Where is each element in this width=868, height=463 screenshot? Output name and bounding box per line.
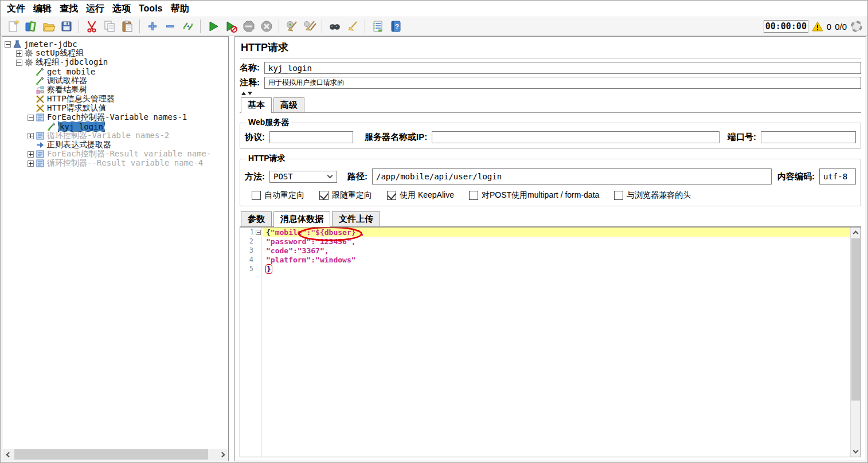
editor-vertical-scrollbar[interactable] bbox=[850, 227, 861, 457]
body-tab-2[interactable]: 消息体数据 bbox=[273, 211, 330, 227]
stop-button[interactable] bbox=[241, 19, 256, 34]
tree-item-11[interactable]: 循环控制器-Variable names-2 bbox=[2, 131, 228, 140]
unchecked-checkbox[interactable] bbox=[252, 191, 261, 200]
scroll-left-button[interactable] bbox=[3, 449, 14, 460]
unchecked-checkbox[interactable] bbox=[469, 191, 478, 200]
copy-button[interactable] bbox=[101, 19, 117, 34]
templates-button[interactable] bbox=[23, 19, 38, 34]
expand-all-button[interactable] bbox=[144, 19, 160, 34]
basic-advanced-tab-1[interactable]: 基本 bbox=[241, 97, 272, 113]
scrollbar-thumb[interactable] bbox=[851, 238, 860, 401]
basic-advanced-tabs: 基本高级 bbox=[240, 97, 861, 113]
unchecked-checkbox[interactable] bbox=[614, 191, 623, 200]
collapse-arrow-icon[interactable] bbox=[241, 92, 246, 95]
tree-item-6[interactable]: 察看结果树 bbox=[2, 85, 228, 95]
port-input[interactable] bbox=[761, 131, 856, 143]
function-helper-button[interactable] bbox=[370, 19, 385, 34]
menu-item-5[interactable]: 选项 bbox=[108, 2, 135, 16]
search-button[interactable] bbox=[327, 19, 342, 34]
tree-item-8[interactable]: HTTP请求默认值 bbox=[2, 104, 228, 113]
checkbox-item-5[interactable]: 与浏览器兼容的头 bbox=[614, 190, 691, 201]
body-data-editor[interactable]: 12345 {"mobile":"${dbuser}","password":"… bbox=[240, 227, 861, 457]
code-line-3[interactable]: "code":"3367", bbox=[263, 246, 850, 255]
tree-item-13[interactable]: ForEach控制器-Result variable name- bbox=[2, 150, 228, 159]
code-line-5[interactable]: } bbox=[263, 264, 850, 273]
tree-item-label: 循环控制器--Result variable name-4 bbox=[47, 158, 203, 168]
paste-button[interactable] bbox=[119, 19, 135, 34]
expand-handle-icon[interactable] bbox=[28, 151, 34, 158]
tree-item-5[interactable]: 调试取样器 bbox=[2, 76, 228, 85]
expand-handle-icon[interactable] bbox=[28, 160, 34, 167]
checked-checkbox[interactable] bbox=[387, 191, 396, 200]
menu-item-4[interactable]: 运行 bbox=[82, 2, 108, 16]
path-input[interactable]: /app/mobile/api/user/login bbox=[372, 168, 772, 185]
server-input[interactable] bbox=[432, 131, 720, 143]
menu-item-2[interactable]: 编辑 bbox=[29, 2, 56, 16]
comment-input[interactable]: 用于模拟用户接口请求的 bbox=[264, 77, 861, 89]
expand-handle-icon[interactable] bbox=[16, 50, 22, 57]
body-tab-1[interactable]: 参数 bbox=[241, 211, 272, 226]
cut-button[interactable] bbox=[84, 19, 99, 34]
save-button[interactable] bbox=[58, 19, 74, 34]
collapse-handle-icon[interactable] bbox=[16, 60, 22, 66]
scroll-down-button[interactable] bbox=[851, 446, 861, 457]
encoding-input[interactable]: utf-8 bbox=[819, 168, 856, 185]
splitpane-toggle[interactable] bbox=[240, 91, 861, 96]
protocol-input[interactable] bbox=[269, 131, 353, 143]
tree-item-14[interactable]: 循环控制器--Result variable name-4 bbox=[2, 159, 228, 168]
start-no-timers-button[interactable] bbox=[223, 19, 238, 34]
warning-icon[interactable] bbox=[812, 21, 823, 32]
menu-item-6[interactable]: Tools bbox=[135, 2, 166, 15]
gutter-row: 1 bbox=[240, 227, 261, 237]
copy-icon bbox=[103, 19, 116, 33]
controller-icon bbox=[36, 159, 45, 168]
webserver-group: Web服务器 协议: 服务器名称或IP: 端口号: bbox=[240, 117, 861, 149]
scroll-right-button[interactable] bbox=[216, 449, 228, 460]
expand-handle-icon[interactable] bbox=[28, 133, 34, 139]
code-line-4[interactable]: "platform":"windows" bbox=[263, 255, 850, 264]
toggle-button[interactable] bbox=[180, 19, 196, 34]
clear-button[interactable] bbox=[284, 19, 299, 34]
tree-item-10[interactable]: kyj_login bbox=[2, 122, 228, 131]
collapse-all-button[interactable] bbox=[162, 19, 178, 34]
code-line-1[interactable]: {"mobile":"${dbuser}", bbox=[263, 227, 850, 237]
scrollbar-track[interactable] bbox=[14, 449, 216, 460]
checkbox-item-3[interactable]: 使用 KeepAlive bbox=[387, 190, 454, 201]
checkbox-item-4[interactable]: 对POST使用multipart / form-data bbox=[469, 190, 599, 201]
menu-item-7[interactable]: 帮助 bbox=[166, 2, 193, 16]
method-value: POST bbox=[273, 172, 293, 181]
expand-arrow-icon[interactable] bbox=[248, 92, 252, 95]
checked-checkbox[interactable] bbox=[319, 191, 329, 200]
checkbox-item-2[interactable]: 跟随重定向 bbox=[319, 190, 372, 201]
tree-item-2[interactable]: setUp线程组 bbox=[2, 49, 228, 58]
menu-item-3[interactable]: 查找 bbox=[56, 2, 82, 16]
tree-horizontal-scrollbar[interactable] bbox=[3, 449, 228, 460]
tree-item-7[interactable]: HTTP信息头管理器 bbox=[2, 95, 228, 104]
new-file-button[interactable] bbox=[5, 19, 21, 34]
scroll-up-button[interactable] bbox=[851, 227, 861, 238]
tree-item-12[interactable]: 正则表达式提取器 bbox=[2, 140, 228, 150]
code-line-2[interactable]: "password":"123456", bbox=[263, 237, 850, 246]
tree-item-4[interactable]: get mobile bbox=[2, 67, 228, 76]
search-reset-button[interactable] bbox=[345, 19, 360, 34]
start-button[interactable] bbox=[205, 19, 221, 34]
collapse-handle-icon[interactable] bbox=[5, 41, 11, 48]
checkbox-item-1[interactable]: 自动重定向 bbox=[252, 190, 304, 201]
method-select[interactable]: POST bbox=[269, 171, 337, 183]
basic-advanced-tab-2[interactable]: 高级 bbox=[273, 97, 304, 112]
collapse-handle-icon[interactable] bbox=[28, 115, 34, 121]
clear-all-button[interactable] bbox=[302, 19, 317, 34]
regex-extractor-icon bbox=[36, 140, 45, 150]
shutdown-button[interactable] bbox=[259, 19, 274, 34]
tree-item-9[interactable]: ForEach控制器-Variable names-1 bbox=[2, 113, 228, 122]
help-button[interactable]: ? bbox=[388, 19, 403, 34]
thread-group-icon bbox=[24, 58, 33, 67]
name-input[interactable]: kyj_login bbox=[264, 62, 861, 74]
open-button[interactable] bbox=[41, 19, 56, 34]
body-tab-3[interactable]: 文件上传 bbox=[332, 211, 380, 226]
tree-item-1[interactable]: jmeter-jdbc bbox=[2, 40, 228, 49]
tree-item-3[interactable]: 线程组-jdbclogin bbox=[2, 58, 228, 67]
fold-toggle-icon[interactable] bbox=[256, 230, 261, 235]
scrollbar-thumb[interactable] bbox=[14, 449, 208, 460]
menu-item-1[interactable]: 文件 bbox=[3, 2, 29, 16]
